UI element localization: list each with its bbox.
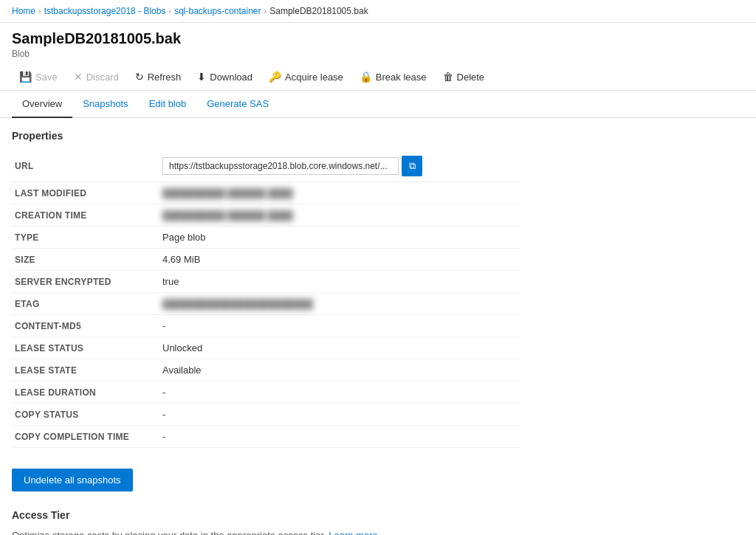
refresh-icon: ↻ [135,71,144,83]
table-row: COPY STATUS- [12,404,520,426]
save-button[interactable]: 💾 Save [12,66,65,87]
table-row: SERVER ENCRYPTEDtrue [12,271,520,293]
tab-generate-sas[interactable]: Generate SAS [196,91,279,118]
table-row: LEASE DURATION- [12,382,520,404]
prop-key: SIZE [12,249,159,271]
table-row: URL⧉ [12,151,520,182]
table-row: COPY COMPLETION TIME- [12,426,520,448]
learn-more-link[interactable]: Learn more [329,530,377,535]
prop-key: LAST MODIFIED [12,182,159,204]
prop-key: URL [12,151,159,182]
prop-key: COPY COMPLETION TIME [12,426,159,448]
prop-value: ████████████████████████ [159,293,520,315]
prop-value: - [159,382,520,404]
url-input[interactable] [162,157,399,175]
refresh-button[interactable]: ↻ Refresh [128,66,189,87]
tab-bar: Overview Snapshots Edit blob Generate SA… [0,91,756,118]
page-header: SampleDB20181005.bak Blob [0,23,756,63]
breadcrumb: Home › tstbackupsstorage2018 - Blobs › s… [0,0,756,23]
properties-table: URL⧉LAST MODIFIED██████████ ██████ ████C… [12,151,520,448]
tab-overview[interactable]: Overview [12,91,72,118]
prop-value: ██████████ ██████ ████ [159,182,520,204]
delete-button[interactable]: 🗑 Delete [436,66,492,87]
content-area: Properties URL⧉LAST MODIFIED██████████ █… [0,118,532,535]
prop-key: SERVER ENCRYPTED [12,271,159,293]
acquire-lease-button[interactable]: 🔑 Acquire lease [261,66,351,87]
acquire-lease-icon: 🔑 [269,71,281,83]
prop-key: CREATION TIME [12,204,159,227]
table-row: SIZE4.69 MiB [12,249,520,271]
prop-value: - [159,426,520,448]
download-button[interactable]: ⬇ Download [190,66,260,87]
prop-value: - [159,315,520,337]
breadcrumb-sep-2: › [168,7,171,15]
prop-key: TYPE [12,227,159,249]
table-row: LEASE STATEAvailable [12,359,520,382]
table-row: CONTENT-MD5- [12,315,520,337]
delete-icon: 🗑 [443,71,453,83]
url-container: ⧉ [162,156,517,176]
breadcrumb-current: SampleDB20181005.bak [269,6,368,16]
prop-key: CONTENT-MD5 [12,315,159,337]
page-subtitle: Blob [12,49,744,59]
breadcrumb-container[interactable]: sql-backups-container [174,6,261,16]
prop-key: COPY STATUS [12,404,159,426]
copy-icon: ⧉ [409,160,416,172]
blurred-value: ████████████████████████ [162,299,313,309]
tab-edit-blob[interactable]: Edit blob [139,91,197,118]
discard-button[interactable]: ✕ Discard [66,66,126,87]
prop-key: ETAG [12,293,159,315]
break-lease-button[interactable]: 🔒 Break lease [352,66,434,87]
access-tier-description: Optimize storage costs by placing your d… [12,530,520,535]
access-tier-title: Access Tier [12,509,520,521]
table-row: CREATION TIME██████████ ██████ ████ [12,204,520,227]
prop-value: ██████████ ██████ ████ [159,204,520,227]
breadcrumb-sep-3: › [264,7,267,15]
undelete-snapshots-button[interactable]: Undelete all snapshots [12,469,133,491]
save-icon: 💾 [19,71,32,83]
access-tier-section: Access Tier Optimize storage costs by pl… [12,509,520,535]
blurred-value: ██████████ ██████ ████ [162,210,293,221]
table-row: TYPEPage blob [12,227,520,249]
breadcrumb-sep-1: › [38,7,41,15]
breadcrumb-home[interactable]: Home [12,6,35,16]
download-icon: ⬇ [197,71,206,83]
copy-url-button[interactable]: ⧉ [402,156,422,176]
page-title: SampleDB20181005.bak [12,30,744,47]
prop-value: Page blob [159,227,520,249]
table-row: LAST MODIFIED██████████ ██████ ████ [12,182,520,204]
prop-value: ⧉ [159,151,520,182]
discard-icon: ✕ [74,71,83,83]
properties-section-title: Properties [12,130,520,142]
prop-value: Available [159,359,520,382]
prop-key: LEASE STATE [12,359,159,382]
prop-value: 4.69 MiB [159,249,520,271]
toolbar: 💾 Save ✕ Discard ↻ Refresh ⬇ Download 🔑 … [0,63,756,91]
prop-key: LEASE DURATION [12,382,159,404]
prop-value: true [159,271,520,293]
break-lease-icon: 🔒 [360,71,372,83]
prop-key: LEASE STATUS [12,337,159,359]
prop-value: - [159,404,520,426]
prop-value: Unlocked [159,337,520,359]
table-row: ETAG████████████████████████ [12,293,520,315]
breadcrumb-storage[interactable]: tstbackupsstorage2018 - Blobs [44,6,166,16]
table-row: LEASE STATUSUnlocked [12,337,520,359]
blurred-value: ██████████ ██████ ████ [162,188,293,199]
tab-snapshots[interactable]: Snapshots [72,91,138,118]
